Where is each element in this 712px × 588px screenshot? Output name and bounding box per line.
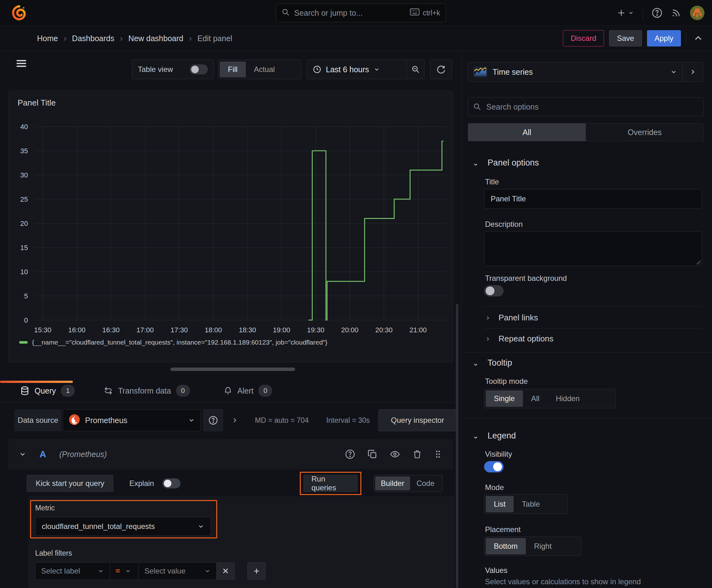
breadcrumb-home[interactable]: Home <box>37 34 58 43</box>
svg-text:20:30: 20:30 <box>375 326 392 334</box>
refresh-button[interactable] <box>430 60 452 79</box>
delete-query-trash-icon[interactable] <box>413 449 422 459</box>
grafana-edit-panel-page: Search or jump to... ctrl+k <box>0 0 712 588</box>
top-nav-actions <box>617 0 705 26</box>
global-search-input[interactable]: Search or jump to... ctrl+k <box>276 3 446 22</box>
grafana-logo-icon[interactable] <box>11 5 27 21</box>
collapse-query-icon[interactable] <box>19 450 26 458</box>
chevron-down-icon: ⌄ <box>473 159 479 167</box>
breadcrumb-new-dashboard[interactable]: New dashboard <box>128 34 184 43</box>
chevron-down-icon <box>628 10 634 16</box>
tab-transform-label: Transform data <box>118 386 171 396</box>
tooltip-all-option[interactable]: All <box>523 391 548 407</box>
search-icon <box>473 103 481 111</box>
options-divider <box>484 328 702 329</box>
svg-text:35: 35 <box>20 147 28 155</box>
legend-section-header[interactable]: ⌄ Legend <box>473 431 516 441</box>
builder-option[interactable]: Builder <box>375 477 410 490</box>
panel-title-input[interactable]: Panel Title <box>484 189 702 209</box>
query-options-summary[interactable]: MD = auto = 704 Interval = 30s <box>255 409 370 431</box>
user-avatar[interactable] <box>690 6 705 20</box>
datasource-help-button[interactable] <box>203 409 223 431</box>
explain-toggle[interactable] <box>162 478 180 488</box>
collapse-header-icon[interactable] <box>691 34 705 43</box>
breadcrumb-dashboards[interactable]: Dashboards <box>72 34 114 43</box>
transparent-background-toggle[interactable] <box>484 285 503 296</box>
query-help-icon[interactable] <box>345 449 355 459</box>
tooltip-single-option[interactable]: Single <box>486 391 523 407</box>
tab-all[interactable]: All <box>468 123 586 141</box>
panel-links-section[interactable]: › Panel links <box>487 309 538 326</box>
legend-placement-group: Bottom Right <box>484 537 581 556</box>
actual-option[interactable]: Actual <box>246 62 283 77</box>
help-icon[interactable] <box>652 7 662 18</box>
fill-option[interactable]: Fill <box>220 62 246 77</box>
explain-label: Explain <box>129 479 154 488</box>
legend-mode-table-option[interactable]: Table <box>514 496 548 512</box>
transform-icon <box>104 386 113 396</box>
legend-placement-bottom-option[interactable]: Bottom <box>486 538 526 554</box>
query-builder-card: Metric cloudflared_tunnel_total_requests… <box>28 496 454 588</box>
table-view-toggle[interactable] <box>190 64 208 75</box>
news-rss-icon[interactable] <box>671 8 681 18</box>
metric-value: cloudflared_tunnel_total_requests <box>42 522 192 531</box>
duplicate-query-icon[interactable] <box>368 449 377 459</box>
legend-mode-list-option[interactable]: List <box>486 496 514 512</box>
visualization-select-button[interactable]: Time series <box>468 63 682 81</box>
metric-select[interactable]: cloudflared_tunnel_total_requests <box>35 517 211 536</box>
main-scrollbar[interactable] <box>456 304 458 588</box>
chart-legend[interactable]: {__name__="cloudflared_tunnel_total_requ… <box>19 339 327 346</box>
save-button[interactable]: Save <box>609 30 642 46</box>
panel-options-header[interactable]: ⌄ Panel options <box>473 158 539 168</box>
add-menu-button[interactable] <box>617 8 634 17</box>
svg-text:20:00: 20:00 <box>341 326 359 334</box>
hide-query-eye-icon[interactable] <box>390 449 400 459</box>
time-range-button[interactable]: Last 6 hours <box>307 60 407 79</box>
tab-query[interactable]: Query 1 <box>20 382 75 400</box>
svg-text:15:30: 15:30 <box>34 326 51 334</box>
apply-button[interactable]: Apply <box>647 30 681 46</box>
tooltip-mode-group: Single All Hidden <box>484 389 616 408</box>
menu-hamburger-icon[interactable] <box>15 58 29 70</box>
svg-text:19:30: 19:30 <box>307 326 324 334</box>
query-ref-id[interactable]: A <box>40 449 46 460</box>
tooltip-hidden-option[interactable]: Hidden <box>547 391 588 407</box>
kick-start-query-button[interactable]: Kick start your query <box>27 475 113 492</box>
remove-filter-button[interactable]: ✕ <box>217 562 235 580</box>
code-option[interactable]: Code <box>410 477 441 490</box>
query-options-expand[interactable] <box>231 409 239 431</box>
svg-text:25: 25 <box>20 195 28 203</box>
description-textarea[interactable] <box>484 231 702 266</box>
panel-resize-handle[interactable] <box>170 368 295 371</box>
breadcrumb-edit-panel: Edit panel <box>197 34 232 43</box>
section-divider <box>463 418 712 419</box>
repeat-options-section[interactable]: › Repeat options <box>487 331 554 347</box>
select-label-dropdown[interactable]: Select label <box>35 562 110 580</box>
chevron-down-icon <box>373 66 380 72</box>
breadcrumb: Home › Dashboards › New dashboard › Edit… <box>37 26 232 51</box>
select-value-dropdown[interactable]: Select value <box>139 562 217 580</box>
query-inspector-button[interactable]: Query inspector <box>378 409 457 431</box>
tooltip-section-header[interactable]: ⌄ Tooltip <box>473 358 512 368</box>
operator-dropdown[interactable]: = <box>110 562 139 580</box>
run-queries-button[interactable]: Run queries <box>304 475 358 492</box>
add-filter-button[interactable]: + <box>247 562 265 580</box>
textarea-resize-handle[interactable] <box>695 259 700 265</box>
breadcrumb-separator-icon: › <box>120 34 123 43</box>
legend-placement-right-option[interactable]: Right <box>526 538 560 554</box>
sidebar-divider <box>461 51 462 588</box>
viz-suggestions-button[interactable] <box>682 63 703 81</box>
tab-alert[interactable]: Alert 0 <box>223 382 272 400</box>
options-search-input[interactable]: Search options <box>468 97 704 116</box>
legend-visibility-toggle[interactable] <box>484 461 503 472</box>
tab-transform-data[interactable]: Transform data 0 <box>104 382 190 400</box>
legend-visibility-label: Visibility <box>485 450 512 459</box>
datasource-select[interactable]: Prometheus <box>63 409 201 431</box>
zoom-out-button[interactable] <box>407 60 424 79</box>
drag-grip-icon[interactable] <box>434 449 442 459</box>
tab-overrides[interactable]: Overrides <box>586 123 704 141</box>
fill-actual-switch: Fill Actual <box>218 60 301 79</box>
discard-button[interactable]: Discard <box>563 30 604 46</box>
time-series-chart[interactable]: 051015202530354015:3016:0016:3017:0017:3… <box>8 91 453 362</box>
chevron-down-icon <box>188 417 195 424</box>
